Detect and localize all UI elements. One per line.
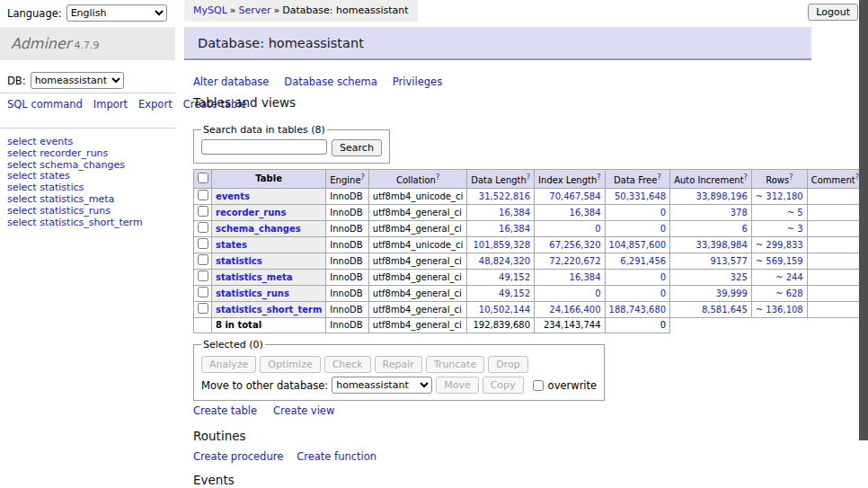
create-link-create-table[interactable]: Create table <box>193 404 257 417</box>
data-free-link[interactable]: 0 <box>660 224 666 234</box>
auto-increment-link[interactable]: 913,577 <box>710 256 747 266</box>
table-name-link-schema-changes[interactable]: schema_changes <box>216 224 301 234</box>
row-checkbox-states[interactable] <box>198 238 208 249</box>
row-checkbox-events[interactable] <box>198 190 208 200</box>
data-length-link[interactable]: 31,522,816 <box>479 191 530 201</box>
select-all-checkbox[interactable] <box>198 173 208 183</box>
select-link-statistics[interactable]: select <box>7 182 37 193</box>
index-length-link[interactable]: 24,166,400 <box>549 305 600 315</box>
search-input[interactable] <box>201 139 327 155</box>
db-select[interactable]: homeassistant <box>31 72 124 89</box>
data-free-link[interactable]: 50,331,648 <box>615 191 666 201</box>
index-length-link[interactable]: 16,384 <box>570 272 601 282</box>
auto-increment-link[interactable]: 378 <box>731 208 748 217</box>
rows-link[interactable]: ~ 312,180 <box>756 191 803 201</box>
sidebar-table-link-statistics-short-term[interactable]: statistics_short_term <box>40 217 142 228</box>
index-length-link[interactable]: 0 <box>595 288 600 298</box>
data-length-link[interactable]: 16,384 <box>499 208 530 217</box>
routine-link-create-procedure[interactable]: Create procedure <box>193 450 283 463</box>
overwrite-checkbox[interactable] <box>533 380 544 391</box>
help-link-data-length[interactable]: ? <box>527 173 530 182</box>
scrollbar-thumb[interactable] <box>859 0 868 440</box>
auto-increment-link[interactable]: 39,999 <box>716 288 748 298</box>
data-length-link[interactable]: 49,152 <box>499 272 530 282</box>
rows-link[interactable]: ~ 299,833 <box>756 240 803 250</box>
auto-increment-link[interactable]: 8,581,645 <box>702 305 748 315</box>
sidebar-action-sql-command[interactable]: SQL command <box>7 98 83 111</box>
select-link-events[interactable]: select <box>7 136 37 147</box>
select-link-statistics-short-term[interactable]: select <box>7 217 37 228</box>
data-length-link[interactable]: 101,859,328 <box>473 240 530 250</box>
drop-button[interactable]: Drop <box>488 356 527 373</box>
db-link-privileges[interactable]: Privileges <box>393 75 442 88</box>
index-length-link[interactable]: 72,220,672 <box>549 256 600 266</box>
row-checkbox-schema-changes[interactable] <box>198 222 208 233</box>
rows-link[interactable]: ~ 5 <box>787 208 803 217</box>
data-free-link[interactable]: 6,291,456 <box>620 256 666 266</box>
rows-link[interactable]: ~ 136,108 <box>756 305 803 315</box>
index-length-link[interactable]: 67,256,320 <box>549 240 600 250</box>
select-link-states[interactable]: select <box>7 170 37 182</box>
data-free-link[interactable]: 0 <box>660 272 666 282</box>
table-name-link-statistics-runs[interactable]: statistics_runs <box>216 288 289 298</box>
rows-link[interactable]: ~ 628 <box>775 288 803 298</box>
auto-increment-link[interactable]: 33,898,196 <box>696 191 748 201</box>
repair-button[interactable]: Repair <box>375 356 422 373</box>
sidebar-table-link-recorder-runs[interactable]: recorder_runs <box>40 147 108 159</box>
table-name-link-statistics[interactable]: statistics <box>216 256 262 266</box>
move-button[interactable]: Move <box>436 377 479 394</box>
routine-link-create-function[interactable]: Create function <box>297 450 376 463</box>
sidebar-table-link-statistics-runs[interactable]: statistics_runs <box>40 205 111 217</box>
data-free-link[interactable]: 188,743,680 <box>609 305 667 315</box>
breadcrumb-link-mysql[interactable]: MySQL <box>193 4 227 16</box>
check-button[interactable]: Check <box>324 356 371 373</box>
sidebar-action-export[interactable]: Export <box>138 98 173 111</box>
index-length-link[interactable]: 70,467,584 <box>549 191 600 201</box>
data-free-link[interactable]: 104,857,600 <box>609 240 667 250</box>
sidebar-table-link-schema-changes[interactable]: schema_changes <box>40 159 125 171</box>
move-database-select[interactable]: homeassistant <box>332 377 432 394</box>
help-link-collation[interactable]: ? <box>436 173 439 182</box>
data-free-link[interactable]: 0 <box>660 288 666 298</box>
rows-link[interactable]: ~ 244 <box>775 272 803 282</box>
sidebar-table-link-statistics-meta[interactable]: statistics_meta <box>40 193 114 205</box>
create-link-create-view[interactable]: Create view <box>273 404 334 417</box>
help-link-auto-increment[interactable]: ? <box>744 173 748 182</box>
data-free-link[interactable]: 0 <box>660 208 666 217</box>
select-link-statistics-meta[interactable]: select <box>7 193 37 205</box>
table-name-link-states[interactable]: states <box>216 240 247 250</box>
help-link-rows[interactable]: ? <box>789 173 793 182</box>
table-name-link-events[interactable]: events <box>216 191 250 201</box>
truncate-button[interactable]: Truncate <box>426 356 484 373</box>
language-select[interactable]: English <box>66 4 167 22</box>
index-length-link[interactable]: 0 <box>595 224 600 234</box>
table-name-link-statistics-short-term[interactable]: statistics_short_term <box>216 305 322 315</box>
app-name[interactable]: Adminer <box>11 35 71 52</box>
auto-increment-link[interactable]: 33,398,984 <box>696 240 748 250</box>
help-link-index-length[interactable]: ? <box>597 173 600 182</box>
sidebar-action-import[interactable]: Import <box>93 98 128 111</box>
scrollbar-track[interactable] <box>859 0 868 488</box>
auto-increment-link[interactable]: 325 <box>731 272 748 282</box>
row-checkbox-recorder-runs[interactable] <box>198 206 208 217</box>
table-name-link-statistics-meta[interactable]: statistics_meta <box>216 272 292 282</box>
help-link-data-free[interactable]: ? <box>657 173 660 182</box>
data-length-link[interactable]: 10,502,144 <box>479 305 530 315</box>
db-link-database-schema[interactable]: Database schema <box>284 75 376 88</box>
row-checkbox-statistics[interactable] <box>198 254 208 265</box>
index-length-link[interactable]: 16,384 <box>570 208 601 217</box>
sidebar-table-link-statistics[interactable]: statistics <box>40 182 84 193</box>
rows-link[interactable]: ~ 569,159 <box>756 256 803 266</box>
optimize-button[interactable]: Optimize <box>260 356 320 373</box>
sidebar-table-link-events[interactable]: events <box>40 136 73 147</box>
help-link-engine[interactable]: ? <box>361 173 365 182</box>
data-length-link[interactable]: 16,384 <box>499 224 530 234</box>
data-length-link[interactable]: 48,824,320 <box>479 256 530 266</box>
row-checkbox-statistics-short-term[interactable] <box>198 303 208 314</box>
table-name-link-recorder-runs[interactable]: recorder_runs <box>216 208 286 217</box>
select-link-recorder-runs[interactable]: select <box>7 147 37 159</box>
rows-link[interactable]: ~ 3 <box>787 224 803 234</box>
row-checkbox-statistics-runs[interactable] <box>198 287 208 297</box>
sidebar-table-link-states[interactable]: states <box>40 170 70 182</box>
breadcrumb-link-server[interactable]: Server <box>239 4 271 16</box>
